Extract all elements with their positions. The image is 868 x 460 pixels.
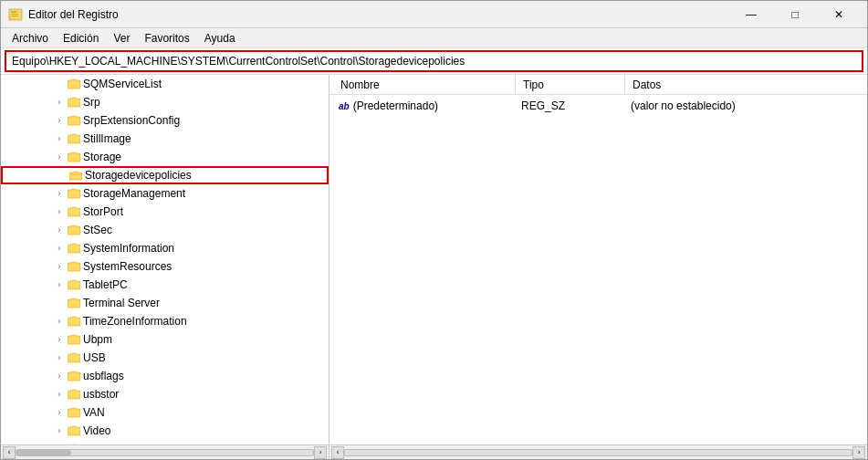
registry-type: REG_SZ (521, 99, 565, 112)
close-button[interactable]: ✕ (818, 1, 860, 28)
tree-item-storagedevicepolicies[interactable]: Storagedevicepolicies (1, 166, 329, 184)
tree-item-usb[interactable]: › USB (1, 349, 329, 367)
tree-item-storagemanagement[interactable]: › StorageManagement (1, 184, 329, 203)
tree-item-usbstor[interactable]: › usbstor (1, 385, 329, 403)
folder-icon (67, 95, 81, 110)
folder-icon (67, 350, 81, 365)
title-bar: Editor del Registro — □ ✕ (1, 1, 867, 28)
folder-icon (67, 241, 81, 256)
folder-icon-open (68, 168, 83, 183)
menu-bar: Archivo Edición Ver Favoritos Ayuda (1, 28, 867, 48)
tree-item-stsec[interactable]: › StSec (1, 221, 329, 239)
main-content: SQMServiceList › Srp › SrpExtensionConfi… (1, 74, 867, 459)
tree-item-ubpm[interactable]: › Ubpm (1, 330, 329, 349)
tree-item-systeminformation[interactable]: › SystemInformation (1, 239, 329, 257)
folder-icon (67, 405, 81, 420)
maximize-button[interactable]: □ (774, 1, 816, 28)
reg-value-icon: ab (339, 101, 350, 111)
registry-name-cell: ab (Predeterminado) (331, 98, 514, 114)
window-controls: — □ ✕ (730, 1, 860, 28)
expander-stillimage: › (52, 130, 67, 148)
menu-favoritos[interactable]: Favoritos (137, 30, 196, 47)
address-bar[interactable]: Equipo\HKEY_LOCAL_MACHINE\SYSTEM\Current… (5, 50, 863, 72)
tree-scroll[interactable]: SQMServiceList › Srp › SrpExtensionConfi… (1, 75, 329, 444)
right-horizontal-scrollbar[interactable]: ‹ › (329, 444, 867, 459)
expander-timezone: › (52, 312, 67, 330)
folder-icon (67, 277, 81, 292)
tree-label-storagedevicepolicies: Storagedevicepolicies (85, 169, 192, 182)
expander-storagemgmt: › (52, 184, 67, 203)
registry-entries-list[interactable]: ab (Predeterminado) REG_SZ (valor no est… (329, 95, 867, 444)
menu-edicion[interactable]: Edición (56, 30, 106, 47)
window-title: Editor del Registro (28, 8, 730, 21)
menu-archivo[interactable]: Archivo (5, 30, 56, 47)
expander-van: › (52, 403, 67, 422)
tree-label-storport: StorPort (83, 205, 123, 218)
tree-label-srpextensionconfig: SrpExtensionConfig (83, 114, 180, 127)
expander-placeholder (52, 75, 67, 93)
folder-icon (67, 113, 81, 128)
tree-item-terminalserver[interactable]: Terminal Server (1, 294, 329, 312)
tree-item-sqmservicelist[interactable]: SQMServiceList (1, 75, 329, 93)
registry-editor-window: Editor del Registro — □ ✕ Archivo Edició… (0, 0, 868, 460)
expander-sysinfo: › (52, 239, 67, 257)
folder-icon (67, 387, 81, 402)
scroll-right-button[interactable]: › (314, 446, 327, 459)
folder-icon (67, 150, 81, 164)
tree-panel: SQMServiceList › Srp › SrpExtensionConfi… (1, 75, 329, 459)
scroll-thumb[interactable] (16, 450, 71, 455)
expander-stsec: › (52, 221, 67, 239)
tree-horizontal-scrollbar[interactable]: ‹ › (1, 444, 329, 459)
folder-icon (67, 186, 81, 201)
tree-item-srpextensionconfig[interactable]: › SrpExtensionConfig (1, 111, 329, 130)
expander-srp: › (52, 93, 67, 111)
folder-icon (67, 77, 81, 91)
expander-usbstor: › (52, 385, 67, 403)
folder-icon (67, 332, 81, 347)
tree-item-storage[interactable]: › Storage (1, 148, 329, 166)
registry-row[interactable]: ab (Predeterminado) REG_SZ (valor no est… (331, 97, 865, 115)
registry-type-cell: REG_SZ (514, 98, 623, 114)
right-panel: Nombre Tipo Datos ab (Predeterminado) RE… (329, 75, 867, 459)
scroll-left-button[interactable]: ‹ (3, 446, 16, 459)
expander-usb: › (52, 349, 67, 367)
expander-storagedevicepolicies (54, 166, 68, 184)
registry-data-cell: (valor no establecido) (623, 98, 865, 114)
column-header-data: Datos (625, 75, 863, 94)
expander-storage: › (52, 148, 67, 166)
tree-item-stillimage[interactable]: › StillImage (1, 130, 329, 148)
tree-label-usb: USB (83, 351, 106, 364)
tree-item-srp[interactable]: › Srp (1, 93, 329, 111)
svg-rect-3 (11, 16, 18, 16)
tree-item-storport[interactable]: › StorPort (1, 203, 329, 221)
tree-label-ubpm: Ubpm (83, 333, 112, 346)
tree-label-stsec: StSec (83, 224, 112, 236)
folder-icon (67, 259, 81, 274)
tree-label-storage: Storage (83, 151, 121, 163)
scroll-right-button-right[interactable]: › (852, 446, 865, 459)
minimize-button[interactable]: — (730, 1, 772, 28)
tree-item-timezoneinformation[interactable]: › TimeZoneInformation (1, 312, 329, 330)
expander-srpext: › (52, 111, 67, 130)
tree-item-systemresources[interactable]: › SystemResources (1, 257, 329, 276)
expander-sysres: › (52, 257, 67, 276)
scroll-track[interactable] (16, 449, 314, 456)
scroll-left-button-right[interactable]: ‹ (331, 446, 344, 459)
svg-rect-2 (11, 14, 18, 15)
expander-terminalserver (52, 294, 67, 312)
tree-label-video: Video (83, 424, 110, 437)
svg-rect-1 (11, 11, 16, 13)
menu-ver[interactable]: Ver (106, 30, 137, 47)
tree-label-sqmservicelist: SQMServiceList (83, 78, 162, 90)
tree-item-video[interactable]: › Video (1, 422, 329, 440)
tree-item-tabletpc[interactable]: › TabletPC (1, 276, 329, 294)
registry-data: (valor no establecido) (631, 99, 736, 112)
tree-label-systemresources: SystemResources (83, 260, 172, 273)
tree-label-usbflags: usbflags (83, 370, 124, 382)
tree-item-van[interactable]: › VAN (1, 403, 329, 422)
scroll-track-right[interactable] (344, 449, 852, 456)
tree-label-van: VAN (83, 406, 105, 419)
menu-ayuda[interactable]: Ayuda (197, 30, 243, 47)
tree-item-usbflags[interactable]: › usbflags (1, 367, 329, 385)
tree-label-systeminformation: SystemInformation (83, 242, 174, 255)
